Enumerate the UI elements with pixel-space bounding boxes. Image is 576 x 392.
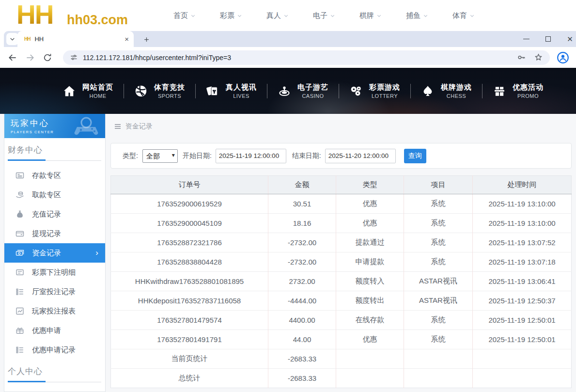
breadcrumb-label: 资金记录	[125, 122, 153, 131]
url-text[interactable]: 112.121.172.181/hhcp/usercenter.html?ini…	[83, 54, 509, 62]
table-cell: 2732.00	[268, 272, 336, 291]
table-cell: 1763528872321786	[111, 233, 268, 252]
table-cell	[336, 349, 404, 369]
main-nav-item-lives[interactable]: 真人视讯LIVES	[196, 83, 267, 99]
start-date-label: 开始日期:	[183, 152, 212, 160]
table-cell: ASTAR视讯	[404, 291, 473, 311]
table-cell: 优惠	[336, 330, 404, 349]
column-header: 项目	[404, 176, 473, 194]
table-cell: 2025-11-19 12:50:01	[473, 330, 572, 349]
table-cell: 1763529000045109	[111, 214, 268, 233]
table-row: 1763528838804428-2732.00申请提款系统2025-11-19…	[111, 252, 572, 272]
chevron-down-icon	[237, 13, 242, 18]
sidebar-item-message-notice[interactable]: 消息公告	[4, 387, 105, 392]
sidebar-item-label: 充值记录	[32, 210, 61, 219]
site-logo-domain[interactable]: hh03.com	[67, 13, 128, 28]
nav-label-en: LOTTERY	[369, 93, 400, 99]
maximize-button[interactable]	[537, 31, 559, 47]
table-cell	[473, 369, 572, 388]
minimize-button[interactable]	[515, 31, 537, 47]
site-info-icon[interactable]	[70, 53, 78, 62]
url-bar[interactable]: 112.121.172.181/hhcp/usercenter.html?ini…	[63, 50, 550, 65]
sidebar: 玩家中心 PLAYERS CENTER 财务中心存款专区取款专区充值记录提现记录…	[4, 114, 106, 392]
table-cell: 申请提款	[336, 252, 404, 272]
top-nav-label: 彩票	[220, 11, 234, 20]
start-date-input[interactable]	[216, 149, 286, 163]
cash-icon	[15, 248, 25, 258]
top-nav-label: 棋牌	[359, 11, 374, 20]
type-select[interactable]: 全部	[142, 149, 178, 163]
nav-label-en: CHESS	[441, 93, 472, 99]
table-row: 176352900004510918.16优惠系统2025-11-19 13:1…	[111, 214, 572, 233]
table-cell: 优惠	[336, 194, 404, 214]
password-key-icon[interactable]	[517, 53, 526, 62]
table-cell: 2025-11-19 13:07:18	[473, 252, 572, 272]
main-nav-item-chess[interactable]: 棋牌游戏CHESS	[411, 83, 482, 99]
table-cell: HHKdeposit1763527837116058	[111, 291, 268, 311]
deposit-card-icon	[15, 171, 25, 180]
nav-label-zh: 体育竞技	[154, 83, 185, 92]
table-row: 176352780149179144.00优惠系统2025-11-19 12:5…	[111, 330, 572, 349]
close-icon: ✕	[567, 35, 573, 44]
sidebar-item-lottery-bet-detail[interactable]: 彩票下注明细	[4, 263, 105, 282]
sidebar-item-deposit-zone[interactable]: 存款专区	[4, 166, 105, 185]
top-nav-item[interactable]: 棋牌	[359, 11, 382, 20]
top-nav-item[interactable]: 电子	[313, 11, 335, 20]
main-nav-item-promo[interactable]: 优惠活动PROMO	[483, 83, 554, 99]
query-button[interactable]: 查询	[404, 149, 426, 163]
browser-tab[interactable]: HH HH ×	[17, 31, 134, 47]
profile-icon[interactable]	[557, 51, 569, 64]
sidebar-item-promo-apply-record[interactable]: 优惠申请记录	[4, 340, 105, 360]
sports-ball-icon	[134, 84, 148, 98]
top-nav-label: 首页	[173, 11, 188, 20]
table-header-row: 订单号金额类型项目处理时间	[111, 176, 572, 194]
top-nav-item[interactable]: 首页	[173, 11, 196, 20]
maximize-icon	[545, 36, 551, 42]
bet-detail-icon	[15, 267, 25, 277]
main-nav-item-sports[interactable]: 体育竞技SPORTS	[124, 83, 195, 99]
sidebar-menu: 财务中心存款专区取款专区充值记录提现记录资金记录›彩票下注明细厅室投注记录玩家投…	[4, 144, 105, 392]
top-nav-label: 捕鱼	[406, 11, 420, 20]
end-date-input[interactable]	[325, 149, 396, 163]
sidebar-item-recharge-record[interactable]: 充值记录	[4, 204, 105, 224]
refresh-icon[interactable]	[43, 53, 52, 63]
sidebar-item-hall-bet-record[interactable]: 厅室投注记录	[4, 282, 105, 301]
sidebar-item-withdrawal-record[interactable]: 提现记录	[4, 224, 105, 243]
table-cell: 当前页统计	[111, 349, 268, 369]
table-cell: 1763527801479574	[111, 311, 268, 330]
table-cell: 优惠	[336, 214, 404, 233]
records-table-card: 订单号金额类型项目处理时间 176352900061952930.51优惠系统2…	[110, 175, 572, 388]
tab-close-icon[interactable]: ×	[125, 35, 129, 43]
sidebar-item-promo-apply[interactable]: 优惠申请	[4, 321, 105, 340]
sidebar-header: 玩家中心 PLAYERS CENTER	[4, 114, 105, 138]
tab-search-button[interactable]	[6, 33, 18, 45]
site-logo[interactable]: HH	[16, 0, 53, 30]
sidebar-item-player-bet-report[interactable]: 玩家投注报表	[4, 301, 105, 321]
table-row: 176352900061952930.51优惠系统2025-11-19 13:1…	[111, 194, 572, 214]
sidebar-item-withdraw-zone[interactable]: 取款专区	[4, 185, 105, 204]
top-nav-item[interactable]: 体育	[452, 11, 475, 20]
top-nav-item[interactable]: 捕鱼	[406, 11, 428, 20]
table-cell: 2025-11-19 12:50:37	[473, 291, 572, 311]
table-cell: -2683.33	[268, 349, 336, 369]
table-cell: 系统	[404, 194, 473, 214]
chevron-right-icon: ›	[95, 248, 98, 258]
new-tab-button[interactable]	[140, 33, 152, 45]
top-nav-item[interactable]: 真人	[266, 11, 289, 20]
bookmark-star-icon[interactable]	[534, 53, 543, 62]
top-nav-item[interactable]: 彩票	[220, 11, 242, 20]
main-nav-item-casino[interactable]: 电子游艺CASINO	[267, 83, 339, 99]
close-button[interactable]: ✕	[559, 31, 576, 47]
main-nav-item-lottery[interactable]: 彩票游戏LOTTERY	[339, 83, 410, 99]
back-icon[interactable]	[8, 53, 17, 63]
window-controls: ✕	[515, 31, 576, 47]
main-panel: 资金记录 类型: 全部 开始日期: 结束日期: 查询 订单号金额类型项目处理时间…	[110, 114, 576, 392]
top-nav: 首页彩票真人电子棋牌捕鱼体育	[173, 11, 475, 20]
table-cell: 系统	[404, 233, 473, 252]
site-top-strip: HH hh03.com 首页彩票真人电子棋牌捕鱼体育	[0, 0, 576, 31]
summary-row: 当前页统计-2683.33	[111, 349, 572, 369]
forward-icon[interactable]	[25, 53, 35, 63]
table-cell: 额度转出	[336, 291, 404, 311]
sidebar-item-fund-record[interactable]: 资金记录›	[4, 243, 105, 263]
main-nav-item-home[interactable]: 网站首页HOME	[52, 83, 124, 99]
